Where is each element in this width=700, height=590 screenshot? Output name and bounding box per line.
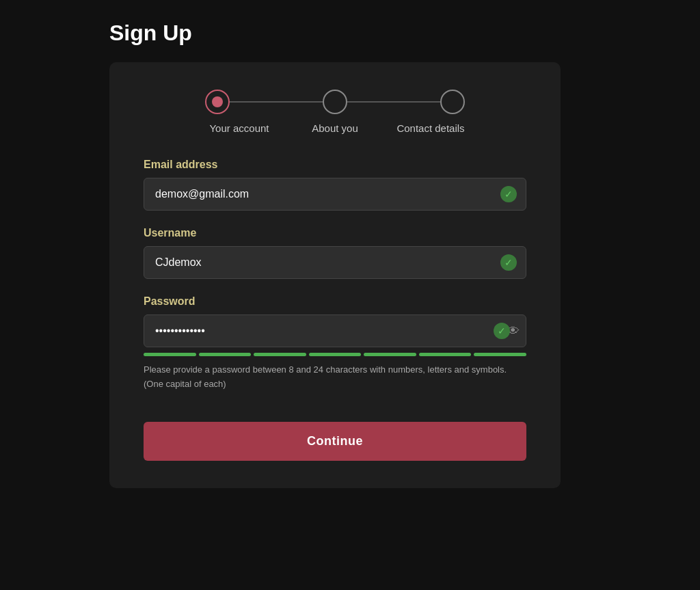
- strength-seg-1: [144, 353, 196, 356]
- password-valid-icon: ✓: [494, 323, 510, 339]
- email-valid-icon: ✓: [500, 186, 517, 202]
- username-input[interactable]: [144, 246, 526, 279]
- password-field-group: Password 👁 ✓ Please provide a password b…: [144, 295, 526, 392]
- page-title: Sign Up: [109, 21, 192, 46]
- password-input[interactable]: [144, 314, 526, 347]
- username-field-group: Username ✓: [144, 227, 526, 279]
- email-input[interactable]: [144, 178, 526, 211]
- password-label: Password: [144, 295, 526, 308]
- signup-card: Your account About you Contact details E…: [109, 62, 561, 488]
- step-1-dot: [212, 96, 223, 107]
- strength-seg-6: [419, 353, 472, 356]
- strength-seg-2: [199, 353, 252, 356]
- strength-seg-7: [474, 353, 526, 356]
- step-3-circle: [440, 90, 465, 114]
- strength-seg-3: [254, 353, 306, 356]
- email-field-group: Email address ✓: [144, 159, 526, 211]
- username-input-wrapper: ✓: [144, 246, 526, 279]
- username-label: Username: [144, 227, 526, 239]
- strength-seg-5: [364, 353, 416, 356]
- username-valid-icon: ✓: [500, 254, 517, 271]
- step-3-label: Contact details: [383, 122, 479, 134]
- step-1-label: Your account: [191, 122, 287, 134]
- email-input-wrapper: ✓: [144, 178, 526, 211]
- stepper-line-2: [347, 101, 440, 103]
- password-input-wrapper: 👁 ✓: [144, 314, 526, 347]
- step-2-label: About you: [287, 122, 383, 134]
- strength-seg-4: [309, 353, 362, 356]
- password-hint: Please provide a password between 8 and …: [144, 363, 526, 392]
- email-label: Email address: [144, 159, 526, 171]
- step-1-circle: [205, 90, 230, 114]
- password-strength-bar: [144, 353, 526, 356]
- stepper-labels: Your account About you Contact details: [191, 122, 479, 134]
- password-icons-group: 👁 ✓: [507, 324, 520, 338]
- stepper-line-1: [230, 101, 323, 103]
- continue-button[interactable]: Continue: [144, 422, 526, 461]
- step-2-circle: [323, 90, 347, 114]
- stepper: Your account About you Contact details: [144, 90, 526, 134]
